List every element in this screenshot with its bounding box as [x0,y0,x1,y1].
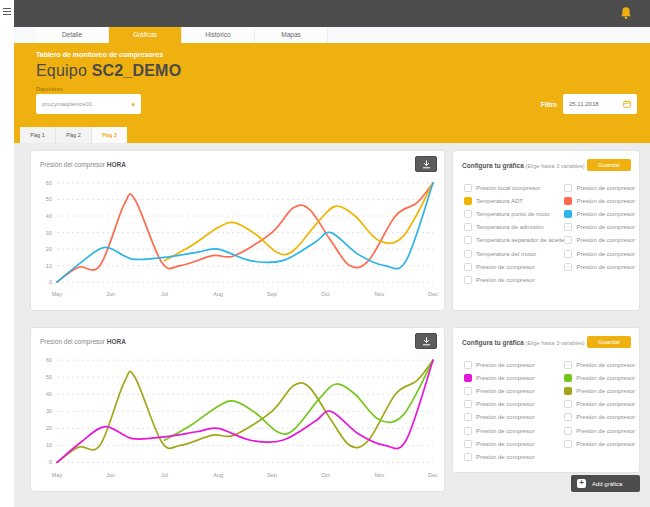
variable-checkbox[interactable] [564,197,572,205]
variable-label: Presión de compresor [576,441,635,447]
date-input[interactable]: 25.11.2018 [563,94,637,114]
config-panel-1: Configura tu gráfica (Elige hasta 3 vari… [452,150,640,311]
variable-checkbox[interactable] [464,374,472,382]
add-grafica-button[interactable]: + Add gráfica [571,475,640,492]
variable-checkbox[interactable] [464,361,472,369]
svg-text:10: 10 [46,263,52,269]
variable-checkbox[interactable] [464,440,472,448]
chart-1-download-button[interactable] [415,156,437,172]
variable-label: Presión de compresor [576,185,635,191]
variable-option[interactable]: Presión de compresor [464,450,564,463]
notifications-bell-icon[interactable] [620,6,632,20]
variable-option[interactable]: Temperatura punto de rocío [464,207,564,220]
date-filter: Filtro 25.11.2018 [541,94,637,114]
svg-text:Dec: Dec [428,472,438,478]
variable-option[interactable]: Presión de compresor [464,411,564,424]
variable-checkbox[interactable] [564,361,572,369]
variable-checkbox[interactable] [564,263,572,271]
variable-checkbox[interactable] [564,250,572,258]
variable-option[interactable]: Temperatura del motor [464,247,564,260]
config-1-title: Configura tu gráfica (Elige hasta 3 vari… [462,162,585,169]
variable-option[interactable]: Presión de compresor [564,181,635,194]
variable-checkbox[interactable] [464,223,472,231]
tab-pag-2[interactable]: Pág 2 [56,127,92,143]
variable-checkbox[interactable] [564,387,572,395]
variable-option[interactable]: Presión de compresor [464,398,564,411]
variable-checkbox[interactable] [464,210,472,218]
variable-checkbox[interactable] [464,400,472,408]
variable-label: Presión de compresor [476,264,535,270]
tab-mapas[interactable]: Mapas [255,27,328,43]
variable-option[interactable]: Presión de compresor [564,411,635,424]
variable-option[interactable]: Presión de compresor [464,358,564,371]
variable-option[interactable]: Presión de compresor [564,371,635,384]
variable-checkbox[interactable] [564,223,572,231]
variable-checkbox[interactable] [564,440,572,448]
variable-checkbox[interactable] [464,387,472,395]
svg-text:30: 30 [46,230,52,236]
variable-option[interactable]: Presión de compresor [464,371,564,384]
variable-checkbox[interactable] [564,184,572,192]
variable-label: Temperatura del motor [476,251,536,257]
svg-text:May: May [52,291,63,297]
variable-label: Temperatura de admisión [476,224,544,230]
save-button[interactable]: Guardar [587,159,631,171]
variable-option[interactable]: Presión de compresor [464,384,564,397]
variable-checkbox[interactable] [564,413,572,421]
variable-option[interactable]: Presión de compresor [564,221,635,234]
variable-option[interactable]: Presión de compresor [564,398,635,411]
variable-checkbox[interactable] [564,236,572,244]
tab-pag-1[interactable]: Pág 1 [20,127,56,143]
save-button[interactable]: Guardar [587,336,631,348]
variable-option[interactable]: Presión de compresor [564,424,635,437]
line-chart-1: 0102030405060MayJunJulAugSepOctNovDec [35,175,440,307]
svg-text:Aug: Aug [213,472,223,478]
variable-option[interactable]: Presión de compresor [564,437,635,450]
variable-option[interactable]: Presión local compresor [464,181,564,194]
tab-graficas[interactable]: Gráficas [109,27,182,43]
device-select[interactable]: procymaqdevice01 ▾ [36,94,141,114]
variable-option[interactable]: Presión de compresor [564,234,635,247]
tab-detalle[interactable]: Detalle [36,27,109,43]
variable-label: Presión de compresor [476,414,535,420]
hamburger-menu-icon[interactable] [3,8,11,17]
svg-text:Jul: Jul [161,291,168,297]
variable-checkbox[interactable] [564,374,572,382]
variable-label: Presión de compresor [476,428,535,434]
variable-label: Presión de compresor [576,375,635,381]
svg-text:Aug: Aug [213,291,223,297]
variable-option[interactable]: Presión de compresor [564,260,635,273]
variable-checkbox[interactable] [464,197,472,205]
variable-option[interactable]: Temperatura de admisión [464,221,564,234]
variable-option[interactable]: Presión de compresor [564,384,635,397]
variable-label: Temperatura separador de aceite [476,237,564,243]
variable-option[interactable]: Presión de compresor [464,260,564,273]
variable-option[interactable]: Presión de compresor [564,194,635,207]
variable-option[interactable]: Presión de compresor [464,273,564,286]
variable-checkbox[interactable] [464,236,472,244]
variable-checkbox[interactable] [564,427,572,435]
variable-option[interactable]: Temperatura separador de aceite [464,234,564,247]
device-field-label: Dipositivo [36,86,63,92]
variable-checkbox[interactable] [464,427,472,435]
variable-checkbox[interactable] [464,276,472,284]
variable-option[interactable]: Presión de compresor [464,424,564,437]
tab-historico[interactable]: Histórico [182,27,255,43]
variable-option[interactable]: Presión de compresor [464,437,564,450]
variable-checkbox[interactable] [464,263,472,271]
tab-pag-3[interactable]: Pág 3 [92,127,127,143]
variable-checkbox[interactable] [464,250,472,258]
download-icon [422,160,431,169]
variable-checkbox[interactable] [564,400,572,408]
variable-option[interactable]: Presión de compresor [564,358,635,371]
variable-option[interactable]: Temperatura ADT [464,194,564,207]
chart-card-2: Presión del compresor HORA 0102030405060… [30,327,445,492]
variable-option[interactable]: Presión de compresor [564,247,635,260]
variable-checkbox[interactable] [464,413,472,421]
variable-checkbox[interactable] [564,210,572,218]
variable-checkbox[interactable] [464,184,472,192]
variable-option[interactable]: Presión de compresor [564,207,635,220]
variable-checkbox[interactable] [464,453,472,461]
svg-text:40: 40 [46,213,52,219]
chart-2-download-button[interactable] [415,333,437,349]
